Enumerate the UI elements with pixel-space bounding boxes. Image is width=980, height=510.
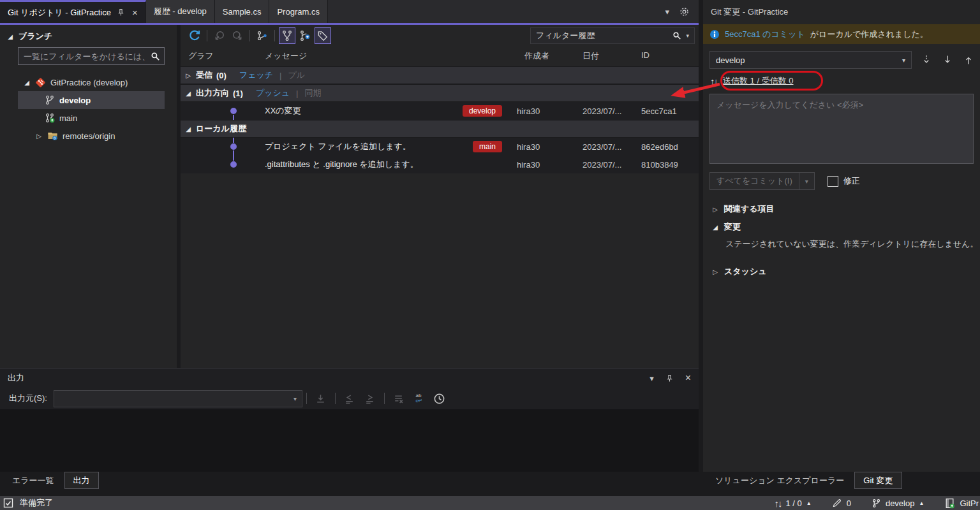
branch-label: develop: [59, 96, 91, 105]
show-all-branches-toggle[interactable]: [279, 27, 295, 44]
next-message-icon[interactable]: [362, 390, 378, 407]
info-icon: [709, 29, 720, 40]
outgoing-section-row[interactable]: ◢ 出力方向 (1) プッシュ | 同期: [181, 84, 699, 102]
column-message[interactable]: メッセージ: [265, 50, 307, 62]
branch-graph-icon[interactable]: [254, 27, 271, 44]
commit-options-chevron-icon[interactable]: ▾: [799, 173, 814, 189]
tab-error-list[interactable]: エラー一覧: [4, 472, 63, 489]
push-icon[interactable]: [963, 55, 974, 65]
column-graph[interactable]: グラフ: [188, 50, 214, 62]
pull-link[interactable]: プル: [288, 69, 306, 81]
collapse-icon[interactable]: ▷: [711, 206, 719, 213]
tab-label: Git 変更: [863, 475, 893, 486]
commit-row[interactable]: .gitattributes と .gitignore を追加します。 hira…: [181, 156, 699, 173]
output-source-dropdown[interactable]: ▾: [54, 390, 302, 407]
pin-icon[interactable]: [117, 8, 125, 17]
tab-list-chevron-icon[interactable]: ▾: [665, 7, 669, 17]
tree-item-repo[interactable]: ◢ GitPractice (develop): [18, 73, 165, 91]
commit-link[interactable]: 5ecc7ca1 のコミット: [725, 29, 805, 40]
commit-id: 5ecc7ca1: [641, 106, 677, 116]
related-items-section[interactable]: ▷ 関連する項目: [703, 200, 980, 218]
branch-selector[interactable]: develop ▾: [709, 51, 912, 69]
commit-message-input[interactable]: [709, 94, 974, 164]
up-down-arrows-icon: ↑↓: [710, 76, 717, 87]
search-options-chevron-icon[interactable]: ▾: [686, 33, 689, 39]
pin-icon[interactable]: [665, 374, 674, 382]
commit-author: hira30: [517, 142, 540, 152]
fetch-link[interactable]: フェッチ: [239, 69, 273, 81]
stash-section[interactable]: ▷ スタッシュ: [703, 263, 980, 280]
current-repo-button[interactable]: GitPr: [944, 498, 979, 509]
column-author[interactable]: 作成者: [524, 50, 549, 62]
history-pane: ▾ グラフ メッセージ 作成者 日付 ID ▷ 受信 (0) フェッチ | プル: [181, 25, 699, 368]
tree-item-develop[interactable]: develop: [18, 91, 165, 109]
pencil-icon: [832, 498, 842, 508]
sync-status-button[interactable]: ↑↓ 1 / 0 ▲: [774, 498, 811, 509]
search-icon[interactable]: [672, 31, 681, 40]
tab-output[interactable]: 出力: [64, 472, 99, 489]
tab-history-develop[interactable]: 履歴 - develop: [146, 0, 215, 23]
collapse-icon[interactable]: ▷: [711, 268, 719, 275]
word-wrap-icon[interactable]: abc↵: [411, 390, 427, 407]
current-branch-button[interactable]: develop ▲: [872, 499, 924, 508]
incoming-section-row[interactable]: ▷ 受信 (0) フェッチ | プル: [181, 66, 699, 84]
commit-row[interactable]: プロジェクト ファイルを追加します。 main hira30 2023/07/.…: [181, 138, 699, 156]
refresh-button[interactable]: [186, 27, 203, 44]
expand-icon[interactable]: ◢: [184, 90, 192, 97]
push-link[interactable]: プッシュ: [256, 87, 290, 99]
sync-link[interactable]: 同期: [305, 87, 322, 99]
branches-header[interactable]: ◢ ブランチ: [6, 31, 52, 42]
local-history-section-row[interactable]: ◢ ローカル履歴: [181, 120, 699, 138]
clear-all-icon[interactable]: [390, 390, 407, 407]
window-position-chevron-icon[interactable]: ▾: [650, 374, 654, 383]
show-tags-toggle[interactable]: [315, 27, 331, 44]
fetch-icon[interactable]: [921, 55, 932, 65]
expand-icon[interactable]: ◢: [184, 126, 192, 133]
history-filter-input[interactable]: [536, 31, 668, 40]
output-pane: 出力 ▾ × 出力元(S): ▾: [0, 368, 699, 472]
close-icon[interactable]: ×: [685, 372, 691, 384]
commit-row[interactable]: XXの変更 develop hira30 2023/07/... 5ecc7ca…: [181, 102, 699, 120]
output-body[interactable]: [0, 409, 699, 472]
column-id[interactable]: ID: [641, 50, 650, 60]
amend-label: 修正: [843, 175, 860, 187]
history-clock-icon[interactable]: [431, 390, 448, 407]
branch-filter-input[interactable]: [24, 52, 151, 61]
ready-label: 準備完了: [20, 497, 53, 509]
chevron-down-icon: ▾: [293, 395, 297, 402]
pending-changes-button[interactable]: 0: [832, 498, 851, 508]
outgoing-commits-icon[interactable]: [211, 27, 228, 44]
commit-date: 2023/07/...: [583, 160, 621, 170]
previous-message-icon[interactable]: [341, 390, 358, 407]
pull-icon[interactable]: [942, 55, 953, 65]
commit-message: プロジェクト ファイルを追加します。: [265, 141, 411, 152]
collapse-icon[interactable]: ▷: [184, 72, 192, 79]
tree-item-main[interactable]: main: [18, 109, 165, 127]
merge-commits-toggle[interactable]: [297, 27, 313, 44]
tab-solution-explorer[interactable]: ソリューション エクスプローラー: [707, 472, 852, 489]
commit-id: 810b3849: [641, 160, 678, 170]
changes-section[interactable]: ◢ 変更: [703, 218, 980, 236]
outgoing-incoming-link[interactable]: 送信数 1 / 受信数 0: [723, 75, 794, 87]
close-icon[interactable]: ×: [132, 7, 138, 18]
tab-program-cs[interactable]: Program.cs: [269, 0, 327, 23]
collapse-icon[interactable]: ▷: [35, 133, 43, 140]
expand-icon[interactable]: ◢: [6, 33, 14, 40]
commit-all-button[interactable]: すべてをコミット(I) ▾: [709, 172, 815, 190]
branch-label: main: [59, 113, 77, 123]
history-rows: ▷ 受信 (0) フェッチ | プル ◢ 出力方向 (1) プッシュ | 同期: [181, 66, 699, 173]
tab-git-changes[interactable]: Git 変更: [854, 472, 902, 489]
incoming-commits-icon[interactable]: [229, 27, 246, 44]
column-date[interactable]: 日付: [583, 50, 599, 62]
commit-date: 2023/07/...: [583, 142, 621, 152]
expand-icon[interactable]: ◢: [23, 79, 31, 86]
tab-sample-cs[interactable]: Sample.cs: [215, 0, 270, 23]
gear-icon[interactable]: [679, 6, 690, 17]
no-changes-message: ステージされていない変更は、作業ディレクトリに存在しません。: [703, 236, 980, 252]
tab-git-repository[interactable]: Git リポジトリ - GitPractice ×: [0, 0, 146, 23]
expand-icon[interactable]: ◢: [711, 224, 719, 231]
clear-output-icon[interactable]: [313, 390, 329, 407]
amend-checkbox[interactable]: [828, 176, 838, 187]
tree-item-remotes-origin[interactable]: ▷ remotes/origin: [18, 127, 165, 145]
ready-status: 準備完了: [0, 497, 53, 509]
